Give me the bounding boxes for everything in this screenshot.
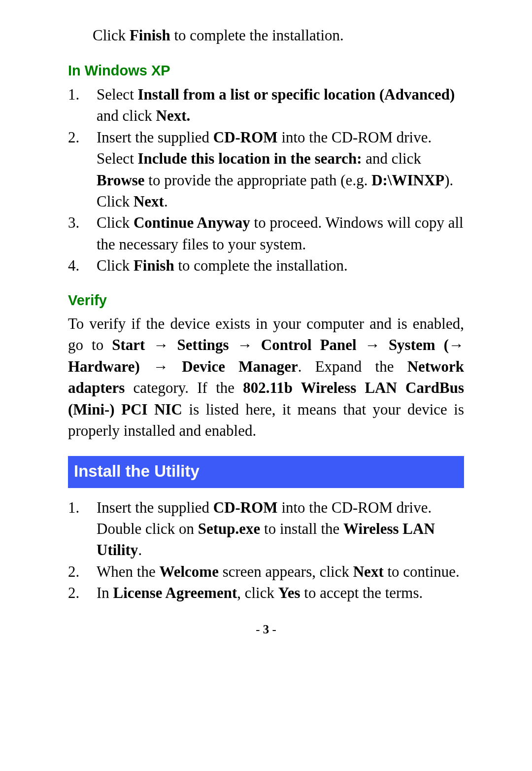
text: , click bbox=[237, 584, 278, 601]
text-bold: License Agreement bbox=[113, 584, 237, 601]
text-bold: Setup.exe bbox=[198, 520, 261, 537]
list-item: 3. Click Continue Anyway to proceed. Win… bbox=[68, 212, 464, 255]
text-bold: Control Panel bbox=[261, 336, 357, 353]
verify-paragraph: To verify if the device exists in your c… bbox=[68, 313, 464, 441]
section-heading-install-utility: Install the Utility bbox=[68, 456, 464, 488]
text-bold: Include this location in the search: bbox=[138, 150, 362, 167]
text: . bbox=[164, 193, 168, 210]
text-bold: Yes bbox=[278, 584, 300, 601]
text-bold: Next bbox=[133, 193, 164, 210]
text: In bbox=[97, 584, 113, 601]
item-number: 2. bbox=[68, 561, 97, 582]
item-number: 1. bbox=[68, 84, 97, 127]
document-page: Click Finish to complete the installatio… bbox=[0, 0, 532, 658]
item-number: 4. bbox=[68, 255, 97, 276]
item-body: Insert the supplied CD-ROM into the CD-R… bbox=[97, 497, 464, 561]
text: and click bbox=[362, 150, 421, 167]
page-footer: - 3 - bbox=[68, 621, 464, 638]
text-bold: Settings bbox=[177, 336, 229, 353]
text: Insert the supplied bbox=[97, 499, 213, 516]
list-item: 2. When the Welcome screen appears, clic… bbox=[68, 561, 464, 582]
arrow-icon: → bbox=[449, 336, 464, 353]
text-bold: Next bbox=[353, 563, 384, 580]
text: Select bbox=[97, 86, 138, 103]
text: to complete the installation. bbox=[174, 257, 348, 274]
text-bold: Continue Anyway bbox=[133, 214, 250, 231]
section-heading-xp: In Windows XP bbox=[68, 61, 464, 81]
text: to accept the terms. bbox=[300, 584, 423, 601]
item-number: 2. bbox=[68, 582, 97, 603]
arrow-icon: → bbox=[229, 336, 261, 353]
text: . Expand the bbox=[298, 358, 407, 375]
list-item: 2. Insert the supplied CD-ROM into the C… bbox=[68, 127, 464, 212]
text-bold: CD-ROM bbox=[213, 129, 278, 146]
xp-steps: 1. Select Install from a list or specifi… bbox=[68, 84, 464, 277]
text-bold: Start bbox=[112, 336, 145, 353]
text-bold: D:\WINXP bbox=[371, 172, 444, 189]
text: Click bbox=[93, 27, 130, 44]
item-body: In License Agreement, click Yes to accep… bbox=[97, 582, 464, 603]
arrow-icon: → bbox=[145, 336, 177, 353]
list-item: 1. Select Install from a list or specifi… bbox=[68, 84, 464, 127]
text: Insert the supplied bbox=[97, 129, 213, 146]
item-number: 1. bbox=[68, 497, 97, 561]
text: to complete the installation. bbox=[170, 27, 344, 44]
item-body: Click Continue Anyway to proceed. Window… bbox=[97, 212, 464, 255]
text-bold: Install from a list or specific location… bbox=[138, 86, 455, 103]
arrow-icon: → bbox=[357, 336, 389, 353]
text-bold: Finish bbox=[133, 257, 174, 274]
page-number: 3 bbox=[263, 623, 269, 636]
install-utility-steps: 1. Insert the supplied CD-ROM into the C… bbox=[68, 497, 464, 604]
item-number: 2. bbox=[68, 127, 97, 212]
text: screen appears, click bbox=[219, 563, 353, 580]
text: Click bbox=[97, 214, 133, 231]
item-body: Select Install from a list or specific l… bbox=[97, 84, 464, 127]
text: and click bbox=[97, 107, 156, 124]
text-bold: Finish bbox=[130, 27, 170, 44]
list-item: 1. Insert the supplied CD-ROM into the C… bbox=[68, 497, 464, 561]
text: - bbox=[256, 623, 263, 636]
text-bold: Next. bbox=[156, 107, 191, 124]
text: to continue. bbox=[384, 563, 460, 580]
list-item: 2. In License Agreement, click Yes to ac… bbox=[68, 582, 464, 603]
text: Click bbox=[97, 257, 133, 274]
text: to install the bbox=[260, 520, 343, 537]
section-heading-verify: Verify bbox=[68, 290, 464, 311]
text-bold: CD-ROM bbox=[213, 499, 278, 516]
item-body: Insert the supplied CD-ROM into the CD-R… bbox=[97, 127, 464, 212]
text-bold: Browse bbox=[97, 172, 145, 189]
text: category. If the bbox=[125, 379, 243, 396]
list-item: 4. Click Finish to complete the installa… bbox=[68, 255, 464, 276]
item-number: 3. bbox=[68, 212, 97, 255]
item-body: Click Finish to complete the installatio… bbox=[97, 255, 464, 276]
intro-line: Click Finish to complete the installatio… bbox=[68, 25, 464, 46]
text-bold: System ( bbox=[389, 336, 449, 353]
text: . bbox=[138, 541, 142, 559]
text-bold: Device Manager bbox=[182, 358, 298, 375]
text-bold: Hardware) bbox=[68, 358, 140, 375]
text: - bbox=[269, 623, 276, 636]
text: When the bbox=[97, 563, 159, 580]
text-bold: Welcome bbox=[159, 563, 219, 580]
arrow-icon: → bbox=[140, 358, 182, 375]
item-body: When the Welcome screen appears, click N… bbox=[97, 561, 464, 582]
text: to provide the appropriate path (e.g. bbox=[145, 172, 372, 189]
